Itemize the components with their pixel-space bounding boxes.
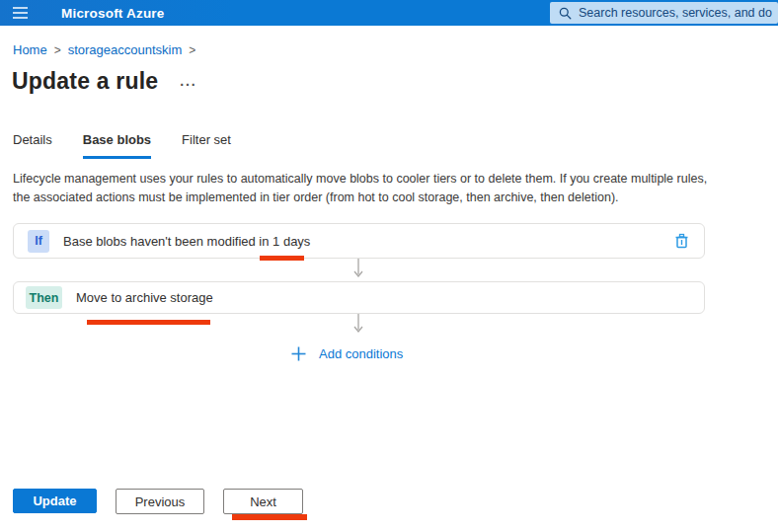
global-search-box[interactable] (550, 2, 778, 24)
app-title[interactable]: Microsoft Azure (61, 6, 165, 21)
top-bar: Microsoft Azure (0, 0, 778, 26)
tab-base-blobs[interactable]: Base blobs (83, 132, 151, 159)
update-button[interactable]: Update (13, 489, 97, 513)
plus-icon (291, 346, 306, 361)
trash-icon (674, 233, 689, 249)
tab-filter-set[interactable]: Filter set (182, 132, 231, 159)
flow-down-arrow (351, 259, 365, 280)
breadcrumb-separator: > (54, 43, 61, 57)
tab-bar: Details Base blobs Filter set (13, 132, 262, 159)
breadcrumb: Home > storageaccountskim > (13, 42, 202, 57)
add-conditions-link[interactable]: Add conditions (291, 346, 403, 361)
annotation-underline-move-to-archive (87, 320, 210, 325)
breadcrumb-storageaccount-link[interactable]: storageaccountskim (68, 42, 183, 57)
if-condition-row: If Base blobs haven't been modified in 1… (13, 223, 705, 259)
search-input[interactable] (579, 6, 772, 20)
then-action-row: Then Move to archive storage (13, 281, 705, 314)
lifecycle-description: Lifecycle management uses your rules to … (13, 170, 716, 208)
previous-button[interactable]: Previous (116, 489, 204, 514)
page-title: Update a rule (12, 68, 158, 95)
then-action-text: Move to archive storage (76, 290, 213, 305)
if-condition-text: Base blobs haven't been modified in 1 da… (63, 234, 310, 249)
annotation-underline-1-days (260, 256, 304, 261)
breadcrumb-home-link[interactable]: Home (13, 42, 47, 57)
hamburger-menu-icon[interactable] (0, 0, 39, 26)
breadcrumb-separator: > (189, 43, 195, 57)
next-button[interactable]: Next (223, 489, 303, 514)
azure-portal-page: Microsoft Azure Home > storageaccountski… (0, 0, 778, 532)
tab-details[interactable]: Details (13, 132, 52, 159)
add-conditions-label: Add conditions (319, 346, 403, 361)
title-row: Update a rule ··· (12, 68, 196, 95)
search-icon (559, 7, 572, 20)
flow-down-arrow (351, 314, 365, 336)
delete-condition-button[interactable] (670, 230, 692, 252)
annotation-underline-next-button (232, 514, 307, 520)
if-badge: If (28, 230, 49, 253)
more-options-button[interactable]: ··· (180, 72, 196, 92)
then-badge: Then (26, 286, 62, 309)
